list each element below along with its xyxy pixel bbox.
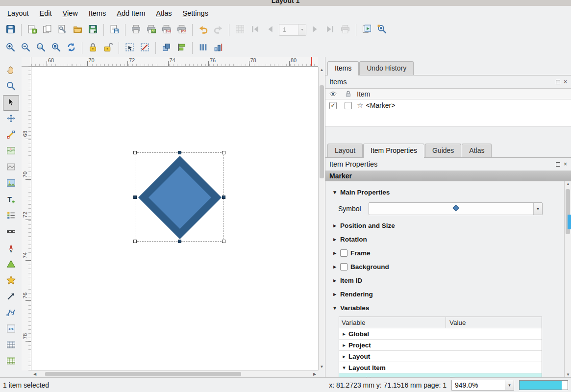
tab-item-properties[interactable]: Item Properties [363,144,424,158]
export-image-button[interactable] [144,23,158,37]
resize-handle-w[interactable] [133,196,137,199]
section-position-and-size[interactable]: ▸Position and Size [325,219,563,232]
duplicate-layout-button[interactable] [40,23,54,37]
raise-items-button[interactable] [159,41,174,55]
add-picture-button[interactable] [3,176,19,192]
menu-items[interactable]: Items [83,7,111,20]
variable-row-global[interactable]: ▸Global [339,328,542,340]
zoom-level-combobox[interactable]: 949.0% ▾ [451,380,514,391]
resize-handle-ne[interactable] [222,151,225,154]
add-legend-button[interactable] [3,208,19,224]
scroll-right-icon[interactable]: ▶ [311,371,318,378]
add-marker-button[interactable] [3,273,19,289]
items-list-row[interactable]: ✓☆<Marker> [325,99,571,111]
add-map-button[interactable] [3,144,19,159]
add-fixed-table-button[interactable] [3,354,19,369]
export-svg-button[interactable]: SVG [159,23,174,37]
refresh-button[interactable] [64,41,78,55]
add-3d-map-button[interactable] [3,160,19,175]
lock-items-button[interactable] [86,41,100,55]
section-rendering[interactable]: ▸Rendering [325,287,563,301]
add-shape-button[interactable] [3,257,19,272]
resize-handle-sw[interactable] [133,240,137,243]
tab-items[interactable]: Items [327,61,359,75]
resize-handle-n[interactable] [178,151,181,154]
add-arrow-button[interactable] [3,289,19,305]
visibility-checkbox[interactable]: ✓ [329,102,337,109]
zoom-out-button[interactable] [19,41,33,55]
resize-items-button[interactable] [211,41,225,55]
variable-row-item_id[interactable]: item_id"" [339,373,542,377]
selection-box[interactable] [135,152,224,242]
chevron-down-icon[interactable]: ▾ [505,380,514,390]
symbol-button[interactable]: ▾ [369,202,543,215]
variable-row-project[interactable]: ▸Project [339,340,542,351]
section-checkbox[interactable] [340,263,348,270]
export-pdf-button[interactable]: PDF [174,23,189,37]
unlock-items-button[interactable] [101,41,115,55]
resize-handle-nw[interactable] [133,151,137,154]
menu-layout[interactable]: Layout [2,7,34,20]
undo-button[interactable] [196,23,210,37]
dock-resize-handle[interactable] [568,215,571,229]
add-attribute-table-button[interactable] [3,338,19,353]
properties-scrollbar[interactable]: ▲ ▼ [564,181,571,377]
select-move-item-button[interactable] [3,95,19,111]
chevron-down-icon[interactable]: ▾ [533,203,542,215]
scroll-up-icon[interactable]: ▲ [565,182,571,186]
section-frame[interactable]: ▸Frame [325,246,563,260]
tab-undo-history[interactable]: Undo History [359,61,414,75]
section-rotation[interactable]: ▸Rotation [325,232,563,246]
section-checkbox[interactable] [340,249,348,257]
menu-add-item[interactable]: Add Item [111,7,150,20]
add-label-button[interactable]: T [3,192,19,208]
section-variables[interactable]: ▾Variables [325,301,563,315]
lock-checkbox[interactable] [345,102,352,109]
open-layout-button[interactable] [71,23,85,37]
add-html-button[interactable]: </> [3,321,19,337]
zoom-full-button[interactable] [49,41,63,55]
menu-settings[interactable]: Settings [177,7,213,20]
save-layout-button[interactable] [3,23,18,37]
tab-atlas[interactable]: Atlas [462,144,492,157]
add-north-arrow-button[interactable]: N [3,241,19,256]
marker-item[interactable] [135,153,224,242]
canvas-horizontal-scrollbar[interactable]: ◀ ▶ [31,370,318,377]
section-background[interactable]: ▸Background [325,260,563,273]
scroll-down-icon[interactable]: ▼ [319,364,325,370]
add-node-item-button[interactable] [3,305,19,321]
print-button[interactable] [129,23,143,37]
variable-row-layout-item[interactable]: ▾Layout Item [339,362,542,373]
distribute-items-button[interactable] [196,41,210,55]
menu-atlas[interactable]: Atlas [150,7,177,20]
resize-handle-s[interactable] [178,240,181,243]
layout-canvas[interactable] [31,67,318,370]
variable-row-layout[interactable]: ▸Layout [339,351,542,362]
zoom-tool-button[interactable] [3,79,19,95]
scroll-down-icon[interactable]: ▼ [565,372,571,377]
move-item-content-button[interactable] [3,111,19,127]
zoom-in-button[interactable] [3,41,18,55]
float-panel-icon[interactable] [556,80,560,84]
zoom-actual-button[interactable]: 1:1 [34,41,48,55]
save-as-button[interactable] [86,23,100,37]
atlas-settings-button[interactable] [375,23,389,37]
scroll-left-icon[interactable]: ◀ [31,371,38,378]
tab-layout[interactable]: Layout [327,144,363,157]
float-panel-icon[interactable] [556,162,560,167]
close-panel-icon[interactable]: × [564,79,567,85]
resize-handle-se[interactable] [222,240,225,243]
deselect-all-button[interactable] [138,41,152,55]
scroll-up-icon[interactable]: ▲ [319,67,325,74]
tab-guides[interactable]: Guides [425,144,461,157]
canvas-vertical-scrollbar[interactable]: ▲ ▼ [318,67,325,370]
edit-nodes-item-button[interactable] [3,127,19,143]
select-all-button[interactable] [123,41,137,55]
vertical-scroll-thumb[interactable] [320,85,324,178]
menu-view[interactable]: View [57,7,83,20]
align-items-button[interactable] [174,41,189,55]
resize-handle-e[interactable] [222,196,225,199]
horizontal-scroll-thumb[interactable] [45,372,241,376]
layout-manager-button[interactable] [55,23,70,37]
export-atlas-button[interactable] [360,23,374,37]
